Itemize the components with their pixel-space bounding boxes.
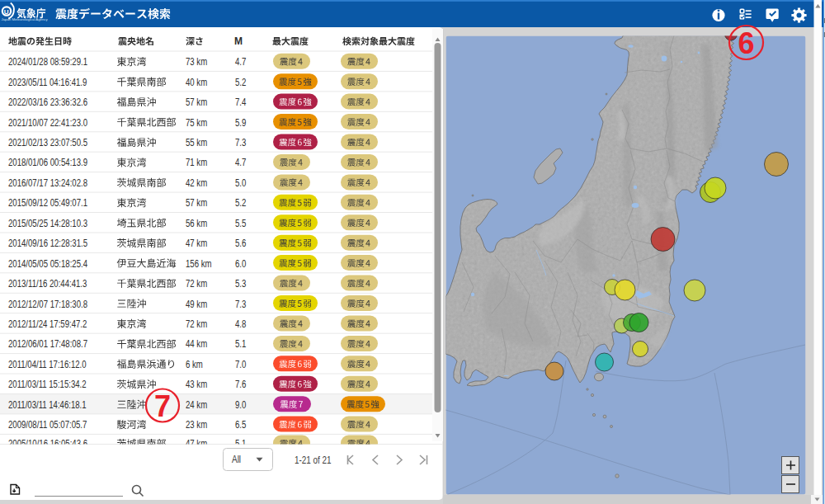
svg-text:2016/07/17 13:24:02.8: 2016/07/17 13:24:02.8 xyxy=(8,177,87,188)
svg-text:2012/06/01 17:48:08.7: 2012/06/01 17:48:08.7 xyxy=(8,338,87,349)
svg-text:5.3: 5.3 xyxy=(235,278,246,289)
svg-text:47 km: 47 km xyxy=(186,238,207,248)
svg-text:49 km: 49 km xyxy=(186,298,207,309)
svg-text:6 km: 6 km xyxy=(186,359,203,370)
svg-text:43 km: 43 km xyxy=(186,379,207,389)
svg-text:2024/01/28 08:59:29.1: 2024/01/28 08:59:29.1 xyxy=(8,56,87,67)
svg-text:9.0: 9.0 xyxy=(235,399,246,410)
svg-text:40 km: 40 km xyxy=(186,77,207,87)
svg-text:2018/01/06 00:54:13.9: 2018/01/06 00:54:13.9 xyxy=(8,157,87,167)
svg-text:55 km: 55 km xyxy=(186,137,207,148)
svg-text:5.9: 5.9 xyxy=(235,116,246,127)
svg-text:23 km: 23 km xyxy=(186,419,207,430)
svg-text:2011/03/11 15:15:34.2: 2011/03/11 15:15:34.2 xyxy=(8,379,87,389)
svg-text:1-21 of 21: 1-21 of 21 xyxy=(295,454,331,464)
svg-text:2015/05/25 14:28:10.3: 2015/05/25 14:28:10.3 xyxy=(8,218,87,228)
svg-text:2023/05/11 04:16:41.9: 2023/05/11 04:16:41.9 xyxy=(8,77,87,87)
svg-text:5.0: 5.0 xyxy=(235,177,246,188)
svg-text:7.3: 7.3 xyxy=(235,298,246,309)
svg-text:Japan Meteorological Agency: Japan Meteorological Agency xyxy=(2,17,49,21)
svg-text:7.0: 7.0 xyxy=(235,359,246,370)
svg-text:42 km: 42 km xyxy=(186,177,207,188)
svg-text:73 km: 73 km xyxy=(186,56,207,67)
svg-text:5.2: 5.2 xyxy=(235,197,246,208)
svg-text:2014/09/16 12:28:31.5: 2014/09/16 12:28:31.5 xyxy=(8,238,87,248)
svg-text:2012/11/24 17:59:47.2: 2012/11/24 17:59:47.2 xyxy=(8,318,87,329)
svg-text:72 km: 72 km xyxy=(186,278,207,289)
svg-text:57 km: 57 km xyxy=(186,97,207,107)
svg-text:71 km: 71 km xyxy=(186,157,207,167)
svg-text:4.8: 4.8 xyxy=(235,318,246,329)
svg-text:5.1: 5.1 xyxy=(235,338,246,349)
svg-text:2011/04/11 17:16:12.0: 2011/04/11 17:16:12.0 xyxy=(8,359,87,370)
svg-text:6.5: 6.5 xyxy=(235,419,246,430)
svg-text:2022/03/16 23:36:32.6: 2022/03/16 23:36:32.6 xyxy=(8,97,87,107)
svg-text:56 km: 56 km xyxy=(186,218,207,228)
svg-text:7.3: 7.3 xyxy=(235,137,246,148)
svg-text:6.0: 6.0 xyxy=(235,258,246,269)
svg-text:7: 7 xyxy=(154,389,171,423)
svg-text:4.7: 4.7 xyxy=(235,56,246,67)
svg-text:All: All xyxy=(232,453,241,464)
svg-text:U: U xyxy=(4,8,9,16)
svg-text:6: 6 xyxy=(738,26,754,60)
svg-text:24 km: 24 km xyxy=(186,399,207,410)
svg-text:4.7: 4.7 xyxy=(235,157,246,167)
svg-text:2014/05/05 05:18:25.4: 2014/05/05 05:18:25.4 xyxy=(8,258,87,269)
svg-text:5.5: 5.5 xyxy=(235,218,246,228)
svg-text:7.6: 7.6 xyxy=(235,379,246,389)
svg-text:5.2: 5.2 xyxy=(235,77,246,87)
svg-text:72 km: 72 km xyxy=(186,318,207,329)
svg-text:75 km: 75 km xyxy=(186,116,207,127)
svg-text:5.6: 5.6 xyxy=(235,238,246,248)
svg-text:44 km: 44 km xyxy=(186,338,207,349)
svg-text:2009/08/11 05:07:05.7: 2009/08/11 05:07:05.7 xyxy=(8,419,87,430)
svg-text:156 km: 156 km xyxy=(186,258,211,269)
svg-text:M: M xyxy=(234,35,243,47)
svg-text:2021/02/13 23:07:50.5: 2021/02/13 23:07:50.5 xyxy=(8,137,87,148)
svg-text:57 km: 57 km xyxy=(186,197,207,208)
svg-text:2013/11/16 20:44:41.3: 2013/11/16 20:44:41.3 xyxy=(8,278,87,289)
svg-text:2012/12/07 17:18:30.8: 2012/12/07 17:18:30.8 xyxy=(8,298,87,309)
svg-text:2015/09/12 05:49:07.1: 2015/09/12 05:49:07.1 xyxy=(8,197,87,208)
svg-text:2011/03/11 14:46:18.1: 2011/03/11 14:46:18.1 xyxy=(8,399,87,410)
svg-text:7.4: 7.4 xyxy=(235,97,246,107)
svg-text:2021/10/07 22:41:23.0: 2021/10/07 22:41:23.0 xyxy=(8,116,87,127)
